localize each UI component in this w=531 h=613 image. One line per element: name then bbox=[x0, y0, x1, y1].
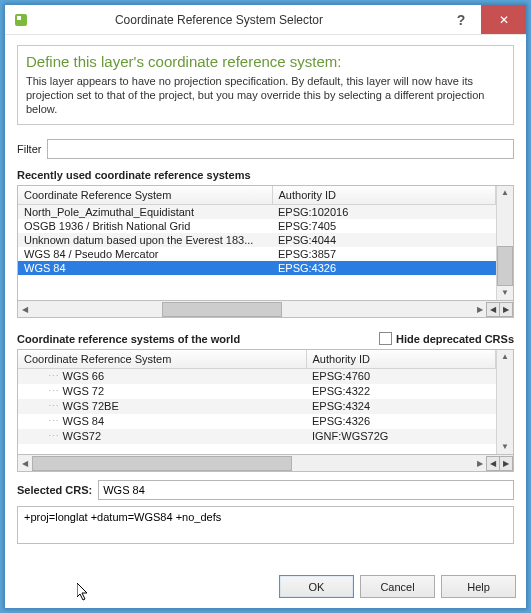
scroll-left-icon[interactable]: ◀ bbox=[18, 459, 32, 468]
proj-string-box: +proj=longlat +datum=WGS84 +no_defs bbox=[17, 506, 514, 544]
table-row[interactable]: ⋯ WGS 72BEEPSG:4324 bbox=[18, 399, 496, 414]
filter-label: Filter bbox=[17, 143, 41, 155]
hide-deprecated-label: Hide deprecated CRSs bbox=[396, 333, 514, 345]
scroll-left-icon[interactable]: ◀ bbox=[18, 305, 32, 314]
recent-vscroll[interactable]: ▲ ▼ bbox=[496, 186, 513, 300]
table-row[interactable]: ⋯ WGS72IGNF:WGS72G bbox=[18, 429, 496, 444]
world-nav-next[interactable]: ▶ bbox=[499, 456, 513, 471]
titlebar[interactable]: Coordinate Reference System Selector ? ✕ bbox=[5, 5, 526, 35]
table-row[interactable]: ⋯ WGS 84EPSG:4326 bbox=[18, 414, 496, 429]
button-bar: OK Cancel Help bbox=[5, 569, 526, 608]
help-button[interactable]: Help bbox=[441, 575, 516, 598]
scroll-down-icon[interactable]: ▼ bbox=[501, 440, 509, 454]
ok-button[interactable]: OK bbox=[279, 575, 354, 598]
world-col-auth[interactable]: Authority ID bbox=[306, 350, 496, 368]
table-row[interactable]: WGS 84EPSG:4326 bbox=[18, 261, 496, 275]
recent-col-crs[interactable]: Coordinate Reference System bbox=[18, 186, 272, 204]
hide-deprecated-checkbox[interactable] bbox=[379, 332, 392, 345]
recent-table[interactable]: Coordinate Reference System Authority ID… bbox=[17, 185, 514, 301]
scroll-up-icon[interactable]: ▲ bbox=[501, 350, 509, 364]
help-titlebar-button[interactable]: ? bbox=[441, 5, 481, 34]
world-vscroll[interactable]: ▲ ▼ bbox=[496, 350, 513, 454]
svg-rect-1 bbox=[17, 16, 21, 20]
recent-hscroll[interactable]: ◀ ▶ ◀ ▶ bbox=[17, 301, 514, 318]
scroll-up-icon[interactable]: ▲ bbox=[501, 186, 509, 200]
info-panel: Define this layer's coordinate reference… bbox=[17, 45, 514, 125]
table-row[interactable]: ⋯ WGS 72EPSG:4322 bbox=[18, 384, 496, 399]
world-col-crs[interactable]: Coordinate Reference System bbox=[18, 350, 306, 368]
table-row[interactable]: OSGB 1936 / British National GridEPSG:74… bbox=[18, 219, 496, 233]
world-table[interactable]: Coordinate Reference System Authority ID… bbox=[17, 349, 514, 455]
world-heading: Coordinate reference systems of the worl… bbox=[17, 333, 379, 345]
table-row[interactable]: Unknown datum based upon the Everest 183… bbox=[18, 233, 496, 247]
recent-heading: Recently used coordinate reference syste… bbox=[17, 169, 514, 181]
cancel-button[interactable]: Cancel bbox=[360, 575, 435, 598]
table-row[interactable]: ⋯ WGS 66EPSG:4760 bbox=[18, 368, 496, 384]
scroll-down-icon[interactable]: ▼ bbox=[501, 286, 509, 300]
window-title: Coordinate Reference System Selector bbox=[37, 13, 401, 27]
recent-nav-next[interactable]: ▶ bbox=[499, 302, 513, 317]
scroll-right-icon[interactable]: ▶ bbox=[473, 459, 487, 468]
mouse-cursor-icon bbox=[77, 583, 93, 603]
scroll-right-icon[interactable]: ▶ bbox=[473, 305, 487, 314]
table-row[interactable]: WGS 84 / Pseudo MercatorEPSG:3857 bbox=[18, 247, 496, 261]
filter-input[interactable] bbox=[47, 139, 514, 159]
table-row[interactable]: North_Pole_Azimuthal_EquidistantEPSG:102… bbox=[18, 204, 496, 219]
selected-crs-label: Selected CRS: bbox=[17, 484, 92, 496]
info-body: This layer appears to have no projection… bbox=[26, 74, 505, 117]
recent-col-auth[interactable]: Authority ID bbox=[272, 186, 496, 204]
info-title: Define this layer's coordinate reference… bbox=[26, 52, 505, 72]
world-hscroll[interactable]: ◀ ▶ ◀ ▶ bbox=[17, 455, 514, 472]
world-nav-prev[interactable]: ◀ bbox=[486, 456, 500, 471]
recent-nav-prev[interactable]: ◀ bbox=[486, 302, 500, 317]
selected-crs-field[interactable] bbox=[98, 480, 514, 500]
close-button[interactable]: ✕ bbox=[481, 5, 526, 34]
app-icon bbox=[13, 12, 29, 28]
dialog-window: Coordinate Reference System Selector ? ✕… bbox=[4, 4, 527, 609]
